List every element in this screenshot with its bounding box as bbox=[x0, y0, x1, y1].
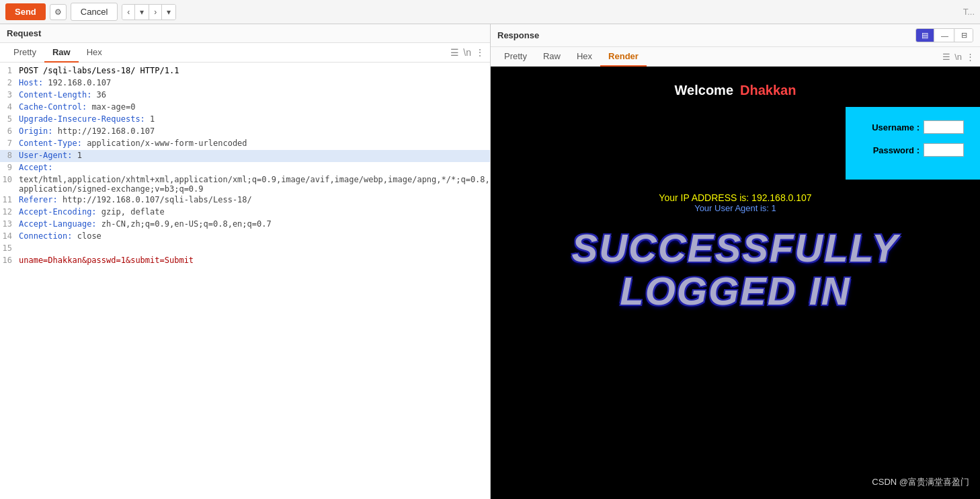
response-title: Response bbox=[497, 30, 539, 40]
code-line-2: 2 Host: 192.168.0.107 bbox=[0, 77, 490, 89]
code-line-12: 12 Accept-Encoding: gzip, deflate bbox=[0, 206, 490, 219]
welcome-row: Welcome Dhakkan bbox=[675, 83, 797, 98]
code-line-9: 9 Accept: bbox=[0, 162, 490, 174]
code-line-5: 5 Upgrade-Insecure-Requests: 1 bbox=[0, 114, 490, 126]
cancel-button[interactable]: Cancel bbox=[71, 3, 118, 21]
view-toggle-c[interactable]: ⊟ bbox=[956, 29, 973, 42]
code-line-13: 13 Accept-Language: zh-CN,zh;q=0.9,en-US… bbox=[0, 219, 490, 231]
request-tabs-bar: Pretty Raw Hex ☰ \n ⋮ bbox=[0, 43, 490, 63]
login-box: Username : Password : bbox=[846, 107, 980, 180]
code-line-10: 10 text/html,application/xhtml+xml,appli… bbox=[0, 174, 490, 194]
success-area: SUCCESSFULLY LOGGED IN bbox=[572, 227, 899, 313]
code-line-16: 16 uname=Dhakkan&passwd=1&submit=Submit bbox=[0, 255, 490, 267]
code-line-4: 4 Cache-Control: max-age=0 bbox=[0, 102, 490, 114]
username-row: Username : bbox=[862, 120, 964, 134]
request-title: Request bbox=[0, 24, 490, 43]
code-line-8: 8 User-Agent: 1 bbox=[0, 150, 490, 162]
toolbar: Send ⚙ Cancel ‹ ▾ › ▾ T... bbox=[0, 0, 980, 24]
success-line1: SUCCESSFULLY bbox=[572, 227, 899, 270]
username-input-display bbox=[924, 120, 964, 134]
nav-forward-down-button[interactable]: ▾ bbox=[162, 5, 175, 20]
password-input-display bbox=[924, 143, 964, 157]
format-icon[interactable]: ☰ bbox=[450, 47, 459, 58]
response-header: Response ▤ — ⊟ bbox=[491, 24, 980, 47]
resp-wrap-icon[interactable]: \n bbox=[954, 52, 962, 62]
nav-group: ‹ ▾ › ▾ bbox=[122, 4, 176, 20]
code-line-7: 7 Content-Type: application/x-www-form-u… bbox=[0, 138, 490, 150]
tab-label: T... bbox=[963, 7, 975, 17]
code-line-6: 6 Origin: http://192.168.0.107 bbox=[0, 126, 490, 138]
request-tab-icons: ☰ \n ⋮ bbox=[450, 47, 485, 58]
request-code-area[interactable]: 1 POST /sqli-labs/Less-18/ HTTP/1.1 2 Ho… bbox=[0, 63, 490, 499]
main-area: Request Pretty Raw Hex ☰ \n ⋮ 1 POST /sq… bbox=[0, 24, 980, 499]
agent-text: Your User Agent is: 1 bbox=[659, 203, 811, 213]
code-line-11: 11 Referer: http://192.168.0.107/sqli-la… bbox=[0, 194, 490, 206]
resp-tab-render[interactable]: Render bbox=[600, 47, 647, 67]
response-tabs-bar: Pretty Raw Hex Render ☰ \n ⋮ bbox=[491, 47, 980, 67]
view-toggle-a[interactable]: ▤ bbox=[916, 29, 934, 42]
resp-tab-raw[interactable]: Raw bbox=[535, 47, 569, 67]
resp-tab-hex[interactable]: Hex bbox=[569, 47, 600, 67]
nav-forward-button[interactable]: › bbox=[149, 5, 162, 20]
csdn-watermark: CSDN @富贵满堂喜盈门 bbox=[872, 476, 969, 488]
code-line-3: 3 Content-Length: 36 bbox=[0, 89, 490, 102]
response-view-toggle: ▤ — ⊟ bbox=[915, 28, 973, 42]
response-panel: Response ▤ — ⊟ Pretty Raw Hex Render ☰ \… bbox=[491, 24, 980, 499]
more-icon[interactable]: ⋮ bbox=[475, 47, 485, 58]
nav-back-down-button[interactable]: ▾ bbox=[135, 5, 149, 20]
success-line2: LOGGED IN bbox=[620, 270, 850, 313]
username-label: Username : bbox=[862, 122, 920, 132]
resp-more-icon[interactable]: ⋮ bbox=[966, 52, 975, 62]
response-tab-icons: ☰ \n ⋮ bbox=[942, 52, 975, 62]
resp-format-icon[interactable]: ☰ bbox=[942, 52, 950, 62]
send-button[interactable]: Send bbox=[5, 3, 46, 20]
code-line-1: 1 POST /sqli-labs/Less-18/ HTTP/1.1 bbox=[0, 65, 490, 77]
tab-raw[interactable]: Raw bbox=[44, 43, 79, 63]
render-area: Welcome Dhakkan Username : Password : Yo… bbox=[491, 67, 980, 499]
code-line-15: 15 bbox=[0, 243, 490, 255]
request-panel: Request Pretty Raw Hex ☰ \n ⋮ 1 POST /sq… bbox=[0, 24, 491, 499]
password-label: Password : bbox=[862, 145, 920, 155]
view-toggle-b[interactable]: — bbox=[936, 29, 954, 42]
settings-icon[interactable]: ⚙ bbox=[50, 4, 67, 20]
tab-pretty[interactable]: Pretty bbox=[5, 43, 44, 63]
tab-hex[interactable]: Hex bbox=[79, 43, 110, 63]
nav-back-button[interactable]: ‹ bbox=[122, 5, 135, 20]
ip-row: Your IP ADDRESS is: 192.168.0.107 Your U… bbox=[659, 192, 811, 213]
welcome-text: Welcome bbox=[675, 83, 733, 98]
resp-tab-pretty[interactable]: Pretty bbox=[496, 47, 535, 67]
ip-text: Your IP ADDRESS is: 192.168.0.107 bbox=[659, 192, 811, 203]
username-display: Dhakkan bbox=[740, 83, 796, 98]
wrap-icon[interactable]: \n bbox=[463, 47, 471, 58]
password-row: Password : bbox=[862, 143, 964, 157]
code-line-14: 14 Connection: close bbox=[0, 231, 490, 243]
